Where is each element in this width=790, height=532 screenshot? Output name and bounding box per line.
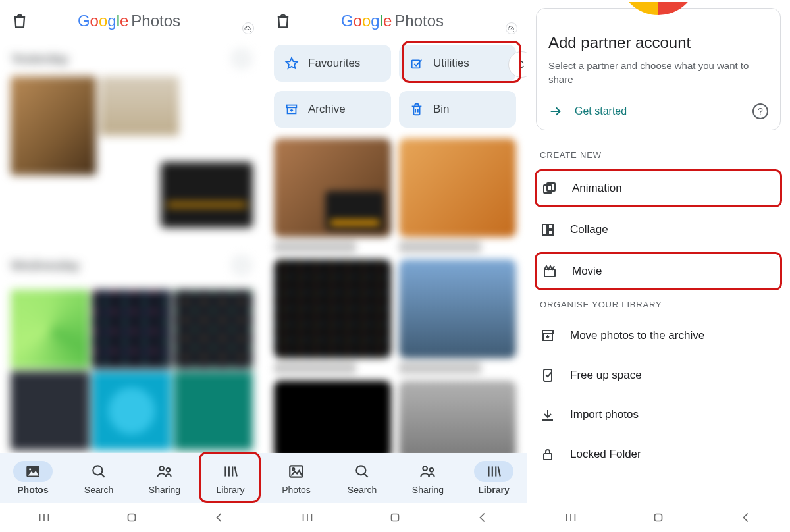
header: Google Photos (0, 0, 263, 40)
google-photos-logo: Google Photos (341, 12, 444, 30)
nav-library[interactable]: Library (198, 453, 263, 503)
locked-folder[interactable]: Locked Folder (527, 435, 790, 474)
svg-point-23 (292, 468, 294, 470)
back-button[interactable] (739, 510, 753, 525)
account-avatar[interactable] (229, 9, 253, 33)
back-button[interactable] (475, 510, 490, 525)
svg-point-6 (167, 468, 170, 471)
search-icon (354, 463, 371, 480)
lock-icon (540, 446, 556, 462)
free-space-icon (540, 367, 556, 383)
svg-rect-41 (548, 230, 553, 235)
photos-timeline-blurred: Yesterday Wednesday (0, 40, 263, 450)
animation-icon (542, 180, 558, 196)
svg-rect-14 (128, 514, 135, 521)
print-store-icon[interactable] (274, 12, 292, 30)
import-photos[interactable]: Import photos (527, 395, 790, 435)
svg-rect-40 (548, 225, 553, 229)
home-button[interactable] (124, 510, 139, 525)
back-button[interactable] (212, 510, 226, 525)
svg-marker-16 (286, 58, 298, 68)
account-avatar[interactable] (492, 9, 516, 33)
google-photos-logo: Google Photos (78, 12, 180, 30)
svg-rect-39 (542, 225, 547, 235)
chip-favourites[interactable]: Favourites (274, 45, 391, 82)
nav-sharing[interactable]: Sharing (132, 453, 198, 503)
partner-subtitle: Select a partner and choose what you wan… (548, 59, 768, 86)
svg-rect-52 (654, 514, 662, 521)
create-movie[interactable]: Movie (535, 252, 782, 290)
svg-rect-42 (544, 269, 555, 277)
import-icon (540, 407, 556, 423)
svg-line-25 (364, 473, 367, 477)
movie-icon (542, 263, 558, 279)
partner-title: Add partner account (548, 34, 768, 52)
svg-rect-48 (544, 454, 552, 460)
archive-icon (284, 102, 299, 117)
search-icon (90, 463, 107, 480)
screenshot-panel-photos: Google Photos Yesterday Wednesday Photos (0, 0, 263, 532)
album-grid-blurred (263, 138, 527, 475)
library-icon (222, 463, 239, 480)
svg-point-5 (159, 466, 164, 471)
home-button[interactable] (388, 510, 402, 525)
partner-illustration (619, 2, 698, 16)
android-navbar (263, 503, 527, 532)
print-store-icon[interactable] (11, 12, 29, 30)
svg-rect-17 (412, 60, 420, 68)
nav-library[interactable]: Library (461, 453, 527, 503)
android-navbar (0, 503, 263, 532)
archive-icon (540, 328, 556, 344)
section-create-new: CREATE NEW (527, 144, 790, 167)
svg-line-4 (101, 473, 104, 477)
collage-icon (540, 222, 556, 238)
move-to-archive[interactable]: Move photos to the archive (527, 316, 790, 356)
svg-rect-45 (544, 369, 552, 381)
header: Google Photos (263, 0, 527, 40)
screenshot-panel-utilities: Add partner account Select a partner and… (527, 0, 790, 532)
chip-archive[interactable]: Archive (274, 91, 391, 128)
sharing-icon (419, 463, 436, 480)
screenshot-panel-library: Google Photos Favourites Utilities Archi… (263, 0, 527, 532)
svg-line-10 (235, 466, 237, 476)
arrow-right-icon (548, 104, 563, 119)
free-up-space[interactable]: Free up space (527, 356, 790, 395)
svg-line-0 (246, 26, 251, 31)
utilities-icon (409, 56, 424, 70)
svg-rect-18 (287, 105, 297, 108)
create-animation[interactable]: Animation (535, 169, 782, 207)
nav-sharing[interactable]: Sharing (395, 453, 461, 503)
svg-rect-43 (542, 331, 553, 334)
create-collage[interactable]: Collage (527, 210, 790, 250)
get-started-button[interactable]: Get started (548, 104, 627, 119)
svg-point-24 (356, 466, 365, 475)
svg-line-15 (509, 26, 514, 31)
photos-icon (24, 463, 41, 480)
chip-bin[interactable]: Bin (399, 91, 516, 128)
help-icon[interactable]: ? (752, 103, 768, 119)
nav-photos[interactable]: Photos (263, 453, 329, 503)
bottom-nav: Photos Search Sharing Library (0, 453, 263, 503)
partner-account-card: Add partner account Select a partner and… (536, 8, 781, 130)
svg-point-27 (430, 468, 433, 471)
chip-utilities[interactable]: Utilities (399, 45, 516, 82)
nav-search[interactable]: Search (329, 453, 395, 503)
logo-suffix: Photos (131, 12, 180, 30)
home-button[interactable] (651, 510, 666, 525)
star-icon (284, 56, 299, 70)
sharing-icon (156, 463, 173, 480)
recents-button[interactable] (300, 510, 315, 525)
section-organise: ORGANISE YOUR LIBRARY (527, 293, 790, 316)
backup-off-icon (506, 22, 517, 34)
nav-search[interactable]: Search (66, 453, 132, 503)
recents-button[interactable] (37, 510, 51, 525)
recents-button[interactable] (564, 510, 578, 525)
nav-photos[interactable]: Photos (0, 453, 66, 503)
library-chips: Favourites Utilities Archive Bin (263, 40, 527, 138)
bottom-nav: Photos Search Sharing Library (263, 453, 527, 503)
trash-icon (409, 102, 424, 117)
backup-off-icon (242, 22, 254, 34)
svg-line-31 (498, 466, 500, 476)
library-icon (485, 463, 502, 480)
svg-point-26 (423, 466, 427, 471)
